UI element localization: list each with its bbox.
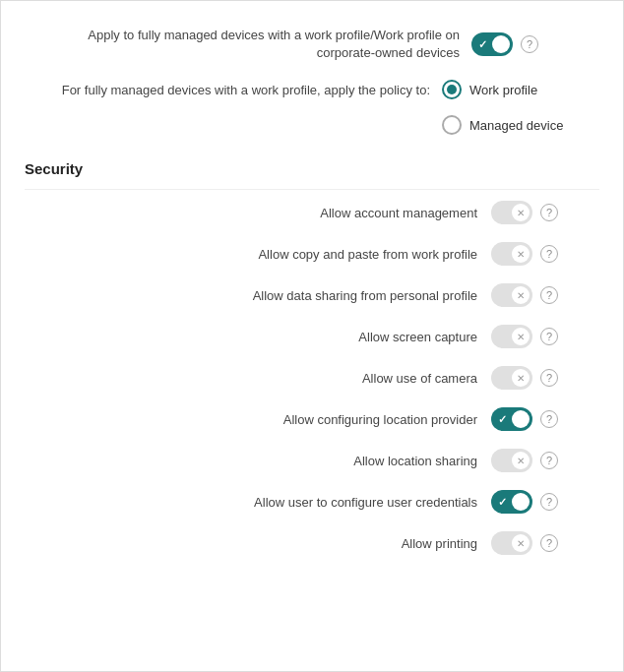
work-profile-radio-row: For fully managed devices with a work pr… xyxy=(25,72,599,107)
settings-row: Allow user to configure user credentials… xyxy=(25,481,599,522)
x-knob: ✕ xyxy=(512,369,530,387)
setting-label: Allow configuring location provider xyxy=(25,412,491,427)
setting-toggle-on[interactable]: ✓ xyxy=(491,490,532,514)
settings-row: Allow location sharing✕? xyxy=(25,440,599,481)
setting-label: Allow account management xyxy=(25,206,491,220)
managed-device-label: Managed device xyxy=(469,118,563,133)
managed-device-radio[interactable] xyxy=(442,115,462,135)
setting-toggle-off[interactable]: ✕ xyxy=(491,531,532,555)
setting-toggle-on[interactable]: ✓ xyxy=(491,407,532,431)
setting-control: ✓? xyxy=(491,407,599,431)
toggle-knob xyxy=(492,35,510,53)
setting-control: ✕? xyxy=(491,283,599,307)
setting-control: ✕? xyxy=(491,449,599,472)
check-icon: ✓ xyxy=(478,38,487,51)
setting-toggle-off[interactable]: ✕ xyxy=(491,325,532,348)
setting-label: Allow data sharing from personal profile xyxy=(25,288,491,303)
setting-control: ✓? xyxy=(491,490,599,514)
apply-managed-control: ✓ ? xyxy=(471,32,599,56)
setting-help-icon[interactable]: ? xyxy=(540,245,558,263)
managed-device-radio-row: Managed device xyxy=(25,107,599,143)
toggle-knob xyxy=(512,410,530,428)
settings-row: Allow data sharing from personal profile… xyxy=(25,275,599,316)
setting-label: Allow location sharing xyxy=(25,454,491,468)
settings-row: Allow screen capture✕? xyxy=(25,316,599,357)
check-icon: ✓ xyxy=(498,413,507,426)
settings-row: Allow copy and paste from work profile✕? xyxy=(25,233,599,275)
setting-toggle-off[interactable]: ✕ xyxy=(491,449,532,472)
settings-row: Allow use of camera✕? xyxy=(25,357,599,398)
x-knob: ✕ xyxy=(512,534,530,552)
setting-label: Allow use of camera xyxy=(25,371,491,386)
x-knob: ✕ xyxy=(512,286,530,304)
setting-help-icon[interactable]: ? xyxy=(540,493,558,511)
x-knob: ✕ xyxy=(512,328,530,345)
setting-control: ✕? xyxy=(491,325,599,348)
setting-help-icon[interactable]: ? xyxy=(540,410,558,428)
setting-label: Allow printing xyxy=(25,536,491,551)
setting-control: ✕? xyxy=(491,242,599,266)
setting-help-icon[interactable]: ? xyxy=(540,286,558,304)
x-knob: ✕ xyxy=(512,452,530,469)
setting-help-icon[interactable]: ? xyxy=(540,452,558,469)
setting-toggle-off[interactable]: ✕ xyxy=(491,366,532,390)
setting-control: ✕? xyxy=(491,366,599,390)
work-profile-radio[interactable] xyxy=(442,80,462,99)
setting-label: Allow user to configure user credentials xyxy=(25,495,491,510)
apply-managed-row: Apply to fully managed devices with a wo… xyxy=(25,17,599,72)
setting-help-icon[interactable]: ? xyxy=(540,369,558,387)
policy-label: For fully managed devices with a work pr… xyxy=(25,83,442,97)
section-divider xyxy=(25,189,599,190)
security-section-header: Security xyxy=(25,143,599,187)
managed-device-control: Managed device xyxy=(442,115,599,135)
setting-toggle-off[interactable]: ✕ xyxy=(491,201,532,224)
work-profile-label: Work profile xyxy=(469,83,537,97)
setting-toggle-off[interactable]: ✕ xyxy=(491,242,532,266)
toggle-knob xyxy=(512,493,530,511)
settings-row: Allow account management✕? xyxy=(25,192,599,233)
check-icon: ✓ xyxy=(498,496,507,509)
setting-control: ✕? xyxy=(491,201,599,224)
x-knob: ✕ xyxy=(512,204,530,221)
settings-row: Allow printing✕? xyxy=(25,522,599,564)
x-knob: ✕ xyxy=(512,245,530,263)
setting-label: Allow screen capture xyxy=(25,330,491,344)
work-profile-control: Work profile xyxy=(442,80,599,99)
apply-managed-help-icon[interactable]: ? xyxy=(521,35,538,53)
settings-list: Allow account management✕?Allow copy and… xyxy=(25,192,599,564)
setting-help-icon[interactable]: ? xyxy=(540,204,558,221)
setting-help-icon[interactable]: ? xyxy=(540,328,558,345)
setting-toggle-off[interactable]: ✕ xyxy=(491,283,532,307)
apply-managed-toggle[interactable]: ✓ xyxy=(471,32,513,56)
setting-label: Allow copy and paste from work profile xyxy=(25,247,491,262)
setting-help-icon[interactable]: ? xyxy=(540,534,558,552)
main-container: Apply to fully managed devices with a wo… xyxy=(1,1,623,580)
settings-row: Allow configuring location provider✓? xyxy=(25,398,599,440)
setting-control: ✕? xyxy=(491,531,599,555)
apply-managed-label: Apply to fully managed devices with a wo… xyxy=(38,27,471,62)
